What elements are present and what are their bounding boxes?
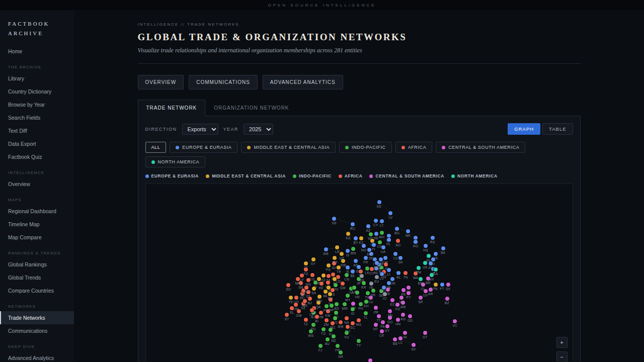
- year-select[interactable]: 2025: [244, 124, 273, 135]
- graph-node-ph[interactable]: PH: [359, 302, 363, 306]
- graph-node-lb[interactable]: LB: [335, 245, 339, 249]
- graph-node-sy[interactable]: SY: [311, 257, 315, 261]
- graph-node-sm[interactable]: SM: [390, 277, 394, 281]
- graph-node-va[interactable]: VA: [387, 281, 391, 285]
- graph-node-tm[interactable]: TM: [333, 256, 337, 260]
- graph-node-az[interactable]: AZ: [366, 224, 370, 228]
- graph-node-dk[interactable]: DK: [367, 248, 371, 252]
- sidebar-item-communications[interactable]: Communications: [0, 324, 74, 337]
- graph-node-ci[interactable]: CI: [331, 273, 335, 277]
- graph-node-mk[interactable]: MK: [406, 229, 410, 233]
- graph-node-sl[interactable]: SL: [290, 306, 294, 310]
- graph-node-mh[interactable]: MH: [380, 231, 384, 235]
- graph-node-pm[interactable]: PM: [417, 266, 421, 270]
- direction-select[interactable]: Exports: [182, 124, 218, 135]
- graph-node-tf[interactable]: TF: [369, 282, 373, 286]
- graph-node-kg[interactable]: KG: [346, 232, 350, 236]
- graph-node-st[interactable]: ST: [285, 313, 289, 317]
- graph-node-sv[interactable]: SV: [412, 343, 416, 347]
- sidebar-item-advanced-analytics[interactable]: Advanced Analytics: [0, 351, 74, 362]
- graph-node-gw[interactable]: GW: [297, 309, 301, 313]
- graph-node-ug[interactable]: UG: [294, 296, 298, 300]
- subtab-organization-network[interactable]: ORGANIZATION NETWORK: [205, 100, 297, 116]
- graph-node-tr[interactable]: TR: [337, 265, 341, 269]
- graph-canvas[interactable]: + − FIT EELVGECYLTRUAZBGMKMDKGWFSEMHRSBY…: [145, 184, 573, 362]
- sidebar-item-factbook-quiz[interactable]: Factbook Quiz: [0, 150, 74, 163]
- graph-node-ye[interactable]: YE: [289, 296, 293, 300]
- graph-node-mn[interactable]: MN: [351, 247, 355, 251]
- graph-node-mz[interactable]: MZ: [331, 321, 335, 325]
- graph-node-nz[interactable]: NZ: [332, 334, 336, 338]
- graph-node-bo[interactable]: BO: [407, 286, 411, 290]
- graph-node-ru[interactable]: RU: [351, 222, 355, 226]
- graph-node-sx[interactable]: SX: [446, 283, 450, 287]
- graph-node-ee[interactable]: EE: [377, 200, 381, 204]
- graph-node-gt[interactable]: GT: [423, 331, 427, 335]
- graph-node-lk[interactable]: LK: [365, 266, 369, 270]
- graph-node-io[interactable]: IO: [383, 292, 387, 296]
- graph-node-ua[interactable]: UA: [381, 245, 385, 249]
- sidebar-item-global-trends[interactable]: Global Trends: [0, 271, 74, 284]
- graph-node-md[interactable]: MD: [414, 236, 418, 240]
- graph-node-py[interactable]: PY: [407, 291, 411, 295]
- graph-node-gn[interactable]: GN: [303, 299, 307, 303]
- graph-node-la[interactable]: LA: [352, 286, 356, 290]
- sidebar-item-search-fields[interactable]: Search Fields: [0, 111, 74, 124]
- graph-node-es[interactable]: ES: [357, 265, 361, 269]
- sidebar-item-home[interactable]: Home: [0, 45, 74, 58]
- graph-node-pl[interactable]: PL: [387, 238, 391, 242]
- graph-node-ag[interactable]: AG: [401, 313, 405, 317]
- graph-node-gd[interactable]: GD: [408, 314, 412, 318]
- graph-node-mr[interactable]: MR: [296, 277, 300, 281]
- graph-node-bj[interactable]: BJ: [308, 297, 312, 301]
- graph-node-ws[interactable]: WS: [309, 329, 313, 333]
- graph-node-gy[interactable]: GY: [385, 324, 389, 328]
- graph-node-co[interactable]: CO: [351, 302, 355, 306]
- graph-node-kz[interactable]: KZ: [359, 236, 363, 240]
- sidebar-item-text-diff[interactable]: Text Diff: [0, 124, 74, 137]
- filter-chip-north-america[interactable]: NORTH AMERICA: [145, 156, 206, 167]
- graph-node-vi[interactable]: VI: [368, 358, 372, 362]
- graph-node-fi[interactable]: FI: [372, 243, 376, 247]
- graph-node-ng[interactable]: NG: [306, 278, 310, 282]
- sidebar-item-country-dictionary[interactable]: Country Dictionary: [0, 85, 74, 98]
- graph-node-nr[interactable]: NR: [339, 350, 343, 354]
- graph-node-ls[interactable]: LS: [331, 288, 335, 292]
- graph-node-np[interactable]: NP: [330, 304, 334, 308]
- sidebar-item-library[interactable]: Library: [0, 72, 74, 85]
- graph-node-kn[interactable]: KN: [388, 309, 392, 313]
- graph-node-bg[interactable]: BG: [395, 227, 399, 231]
- graph-node-er[interactable]: ER: [304, 286, 308, 290]
- graph-node-id[interactable]: ID: [351, 307, 355, 311]
- filter-chip-africa[interactable]: AFRICA: [395, 142, 433, 153]
- graph-node-tt[interactable]: TT: [377, 314, 381, 318]
- zoom-in-button[interactable]: +: [556, 337, 568, 348]
- graph-node-wf[interactable]: WF: [369, 232, 373, 236]
- graph-node-al[interactable]: AL: [396, 271, 400, 275]
- graph-node-to[interactable]: TO: [321, 327, 326, 331]
- subtab-trade-network[interactable]: TRADE NETWORK: [138, 100, 206, 116]
- tab-communications[interactable]: COMMUNICATIONS: [189, 75, 258, 89]
- graph-node-tv[interactable]: TV: [357, 339, 361, 343]
- zoom-out-button[interactable]: −: [556, 351, 568, 362]
- graph-node-jo[interactable]: JO: [327, 286, 331, 290]
- graph-node-ps[interactable]: PS: [327, 263, 331, 267]
- app-logo[interactable]: FACTBOOK ARCHIVE: [0, 10, 74, 45]
- graph-node-bi[interactable]: BI: [315, 315, 319, 319]
- graph-node-is[interactable]: IS: [346, 249, 350, 253]
- filter-chip-indo-pacific[interactable]: INDO-PACIFIC: [339, 142, 392, 153]
- graph-node-tw[interactable]: TW: [366, 291, 370, 295]
- graph-node-ir[interactable]: IR: [317, 277, 321, 281]
- graph-node-nc[interactable]: NC: [334, 311, 338, 315]
- graph-node-hu[interactable]: HU: [424, 244, 428, 248]
- graph-node-ck[interactable]: CK: [378, 240, 382, 244]
- graph-node-no[interactable]: NO: [362, 244, 366, 248]
- graph-node-au[interactable]: AU: [326, 337, 330, 341]
- graph-node-vc[interactable]: VC: [453, 319, 457, 323]
- graph-node-ro[interactable]: RO: [414, 240, 418, 244]
- graph-node-si[interactable]: SI: [431, 257, 435, 261]
- graph-view-button[interactable]: GRAPH: [508, 123, 540, 135]
- graph-node-se[interactable]: SE: [374, 232, 378, 236]
- graph-node-gs[interactable]: GS: [360, 274, 364, 278]
- sidebar-item-map-compare[interactable]: Map Compare: [0, 231, 74, 244]
